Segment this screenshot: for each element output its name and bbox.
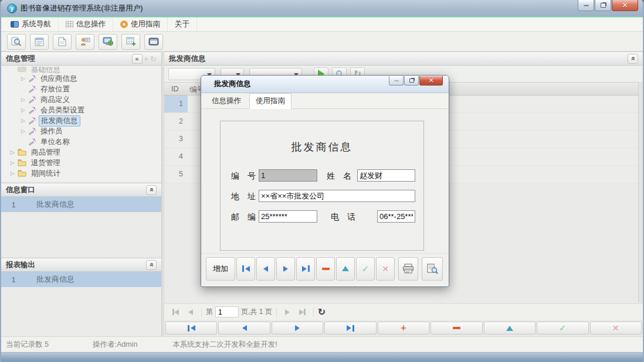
menu-item-info-ops[interactable]: 信息操作	[59, 18, 113, 31]
dialog-preview-button[interactable]	[422, 257, 443, 281]
report-output-section: 报表输出 » 1 批发商信息	[1, 258, 161, 336]
add-record-button[interactable]: +	[378, 322, 429, 334]
column-id[interactable]: ID	[171, 85, 179, 93]
restore-button[interactable]	[595, 0, 611, 11]
operator-settings-button[interactable]	[76, 34, 94, 50]
dialog-edit-button[interactable]	[336, 257, 355, 281]
expand-arrow-icon[interactable]: ▷	[11, 170, 15, 176]
code-field[interactable]	[259, 169, 317, 182]
dialog-close-button[interactable]: ✕	[419, 76, 443, 86]
prev-page-button[interactable]	[184, 306, 197, 318]
search-record-button[interactable]	[7, 34, 26, 50]
main-scrollbar[interactable]	[638, 82, 643, 302]
card-view-button[interactable]	[144, 34, 163, 50]
last-record-button[interactable]	[324, 322, 376, 334]
dialog-next-button[interactable]	[276, 257, 295, 281]
dialog-print-button[interactable]	[398, 257, 418, 281]
tree-label: 基础信息	[29, 67, 62, 73]
cancel-record-button[interactable]: ✕	[590, 322, 642, 334]
next-record-icon	[295, 325, 300, 331]
post-record-button[interactable]: ✓	[537, 322, 588, 334]
refresh-pager-button[interactable]: ↻	[318, 306, 326, 317]
pager-prefix: 第	[206, 307, 213, 317]
dialog-delete-button[interactable]	[316, 257, 335, 281]
expand-arrow-icon[interactable]: ▷	[21, 128, 25, 134]
collapse-sidebar-button[interactable]: «	[132, 54, 143, 64]
report-list-button[interactable]	[30, 34, 49, 50]
tree-item-operator[interactable]: ▷ 操作员	[1, 126, 161, 136]
tree-item-product-management[interactable]: ▷ 商品管理	[1, 147, 161, 158]
collapse-info-window-button[interactable]: »	[146, 185, 157, 195]
phone-field[interactable]	[377, 210, 415, 223]
report-output-item[interactable]: 1 批发商信息	[1, 272, 161, 287]
tree-item-storage-location[interactable]: 存放位置	[1, 84, 161, 94]
address-field[interactable]	[259, 190, 415, 202]
expand-arrow-icon[interactable]: ▷	[11, 149, 15, 155]
tree-item-base-info[interactable]: 基础信息	[1, 67, 161, 73]
next-record-button[interactable]	[272, 322, 323, 334]
restore-icon	[409, 78, 414, 83]
confirm-icon: ✓	[362, 264, 370, 274]
expand-arrow-icon[interactable]: ▷	[11, 160, 15, 166]
menu-label: 使用指南	[131, 19, 160, 29]
window-controls: ✕	[577, 0, 638, 11]
dialog-last-button[interactable]	[296, 257, 315, 281]
zip-field[interactable]	[259, 210, 317, 223]
menu-item-guide[interactable]: 使用指南	[113, 18, 168, 31]
collapse-main-button[interactable]: »	[628, 54, 638, 64]
menu-label: 关于	[175, 19, 189, 29]
dialog-minimize-button[interactable]	[389, 76, 404, 86]
cancel-icon: ✕	[612, 323, 619, 333]
info-window-item[interactable]: 1 批发商信息	[1, 197, 161, 212]
table-add-button[interactable]	[121, 34, 140, 50]
tree-label: 操作员	[39, 127, 65, 136]
system-view-button[interactable]	[99, 34, 117, 50]
menu-item-about[interactable]: 关于	[168, 18, 197, 31]
tree-item-product-definition[interactable]: ▷ 商品定义	[1, 94, 161, 105]
expand-arrow-icon[interactable]: ▷	[21, 107, 25, 113]
dialog-restore-button[interactable]	[404, 76, 419, 86]
tree-item-returns-management[interactable]: ▷ 退货管理	[1, 158, 161, 168]
tree-item-unit-name[interactable]: 单位名称	[1, 136, 161, 147]
folder-icon	[18, 67, 26, 73]
pager-suffix: 页,共 1 页	[241, 307, 272, 317]
dialog-first-button[interactable]	[236, 257, 255, 281]
info-window-section: 信息窗口 » 1 批发商信息	[1, 183, 161, 257]
page-input[interactable]	[215, 306, 239, 317]
expand-arrow-icon[interactable]: ▷	[21, 97, 25, 103]
menu-bar: 系统导航 信息操作 使用指南 关于	[1, 18, 643, 32]
zip-label: 邮 编	[231, 212, 256, 223]
expand-arrow-icon[interactable]: ▷	[21, 76, 25, 81]
close-button[interactable]: ✕	[612, 0, 638, 11]
prev-record-button[interactable]	[218, 322, 270, 334]
tree-label: 商品管理	[29, 148, 62, 158]
dialog-prev-button[interactable]	[256, 257, 275, 281]
menu-item-system-nav[interactable]: 系统导航	[4, 18, 59, 31]
expand-arrow-icon[interactable]: ▷	[21, 118, 25, 124]
dialog-post-button[interactable]: ✓	[356, 257, 375, 281]
first-record-button[interactable]	[165, 322, 217, 334]
name-field[interactable]	[357, 169, 415, 182]
delete-record-button[interactable]	[431, 322, 482, 334]
last-page-button[interactable]	[296, 306, 309, 318]
edit-record-button[interactable]	[484, 322, 535, 334]
tree-item-supplier-info[interactable]: ▷ 供应商信息	[1, 73, 161, 84]
minimize-button[interactable]	[578, 0, 594, 11]
tree-item-wholesaler-info[interactable]: ▷ 批发商信息	[1, 115, 161, 126]
dialog-tab-info-ops[interactable]: 信息操作	[206, 94, 247, 108]
window-titlebar[interactable]: y 图书音像进销存管理系统(非注册用户) ✕	[1, 0, 643, 18]
dialog-tab-guide[interactable]: 使用指南	[249, 93, 292, 109]
new-document-button[interactable]	[53, 34, 72, 50]
dialog-titlebar[interactable]: 批发商信息 ✕	[201, 76, 449, 93]
next-page-button[interactable]	[281, 306, 294, 318]
document-icon	[58, 37, 66, 46]
minimize-icon	[394, 80, 399, 81]
last-record-icon	[302, 266, 307, 272]
dialog-add-button[interactable]: 增加	[206, 257, 235, 281]
tree-item-member-type[interactable]: ▷ 会员类型设置	[1, 105, 161, 115]
info-management-title: 信息管理	[6, 54, 35, 64]
tree-item-period-statistics[interactable]: ▷ 期间统计	[1, 168, 161, 179]
first-page-button[interactable]	[169, 306, 182, 318]
dialog-cancel-button[interactable]: ✕	[376, 257, 395, 281]
collapse-report-button[interactable]: »	[146, 260, 157, 270]
